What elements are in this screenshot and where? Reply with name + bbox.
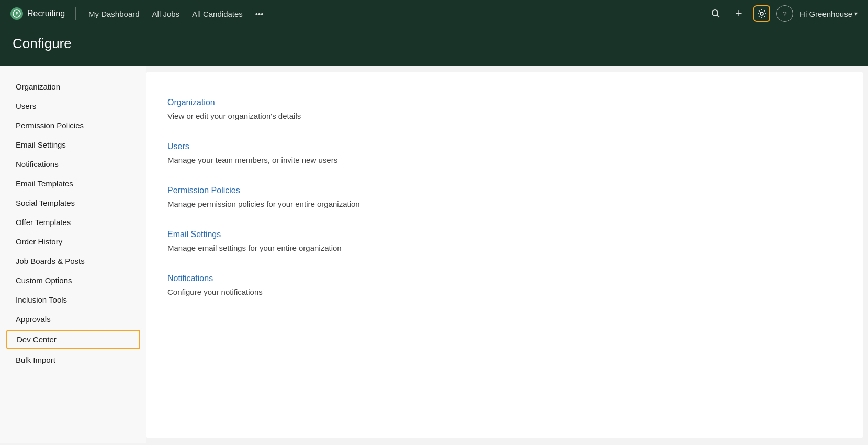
all-candidates-link[interactable]: All Candidates	[192, 9, 243, 18]
sidebar-job-boards[interactable]: Job Boards & Posts	[0, 251, 146, 271]
sidebar-organization[interactable]: Organization	[0, 77, 146, 96]
permission-section-desc: Manage permission policies for your enti…	[167, 199, 842, 208]
user-menu[interactable]: Hi Greenhouse ▾	[799, 9, 858, 18]
email-settings-section: Email Settings Manage email settings for…	[167, 219, 842, 263]
sidebar-users[interactable]: Users	[0, 96, 146, 116]
brand-label: Recruiting	[27, 9, 65, 18]
settings-button[interactable]	[753, 5, 770, 22]
org-section: Organization View or edit your organizat…	[167, 87, 842, 131]
org-section-desc: View or edit your organization's details	[167, 112, 842, 120]
user-label: Hi Greenhouse	[799, 9, 852, 18]
nav-right: + ? Hi Greenhouse ▾	[707, 5, 858, 22]
notifications-section: Notifications Configure your notificatio…	[167, 263, 842, 307]
sidebar-offer-templates[interactable]: Offer Templates	[0, 213, 146, 232]
more-options-link[interactable]: •••	[255, 9, 264, 18]
sidebar-notifications[interactable]: Notifications	[0, 154, 146, 174]
add-button[interactable]: +	[730, 5, 747, 22]
brand[interactable]: Recruiting	[10, 7, 76, 20]
user-chevron-icon: ▾	[854, 10, 858, 17]
sidebar-custom-options[interactable]: Custom Options	[0, 271, 146, 290]
email-settings-section-title[interactable]: Email Settings	[167, 230, 842, 239]
sidebar-dev-center[interactable]: Dev Center	[6, 330, 140, 349]
permission-policies-section: Permission Policies Manage permission po…	[167, 175, 842, 219]
sidebar-approvals[interactable]: Approvals	[0, 309, 146, 329]
top-nav: Recruiting My Dashboard All Jobs All Can…	[0, 0, 868, 27]
sidebar-email-settings[interactable]: Email Settings	[0, 135, 146, 154]
notifications-section-desc: Configure your notifications	[167, 287, 842, 296]
configure-header: Configure	[0, 27, 868, 66]
all-jobs-link[interactable]: All Jobs	[152, 9, 180, 18]
sidebar: Organization Users Permission Policies E…	[0, 66, 146, 443]
email-settings-section-desc: Manage email settings for your entire or…	[167, 243, 842, 252]
svg-point-1	[712, 10, 718, 16]
org-section-title[interactable]: Organization	[167, 98, 842, 107]
sidebar-bulk-import[interactable]: Bulk Import	[0, 350, 146, 370]
help-button[interactable]: ?	[776, 5, 793, 22]
content-area: Organization View or edit your organizat…	[146, 72, 863, 438]
my-dashboard-link[interactable]: My Dashboard	[88, 9, 140, 18]
permission-section-title[interactable]: Permission Policies	[167, 186, 842, 195]
sidebar-order-history[interactable]: Order History	[0, 232, 146, 251]
svg-line-2	[717, 15, 720, 18]
users-section-desc: Manage your team members, or invite new …	[167, 155, 842, 164]
brand-icon	[10, 7, 23, 20]
sidebar-permission-policies[interactable]: Permission Policies	[0, 116, 146, 135]
page-title: Configure	[13, 36, 855, 52]
sidebar-email-templates[interactable]: Email Templates	[0, 174, 146, 193]
nav-links: My Dashboard All Jobs All Candidates •••	[76, 9, 707, 18]
sidebar-inclusion-tools[interactable]: Inclusion Tools	[0, 290, 146, 309]
svg-point-3	[760, 12, 763, 15]
notifications-section-title[interactable]: Notifications	[167, 274, 842, 283]
users-section: Users Manage your team members, or invit…	[167, 131, 842, 175]
users-section-title[interactable]: Users	[167, 142, 842, 151]
sidebar-social-templates[interactable]: Social Templates	[0, 193, 146, 213]
search-button[interactable]	[707, 5, 724, 22]
main-layout: Organization Users Permission Policies E…	[0, 66, 868, 443]
